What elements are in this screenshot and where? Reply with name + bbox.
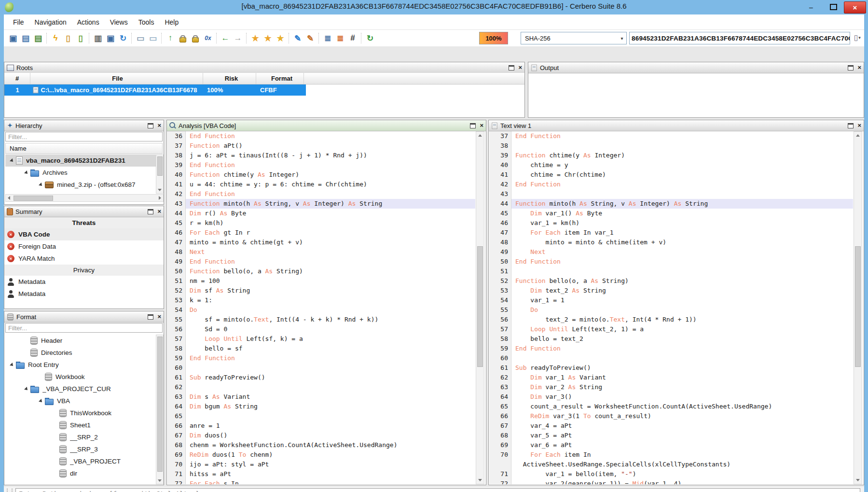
refresh-icon[interactable]: ↻ [364, 32, 376, 44]
expand-arrow-icon[interactable] [24, 387, 29, 392]
new-file-icon[interactable]: ▯ [62, 32, 74, 44]
textview-vertical-scrollbar[interactable] [854, 131, 862, 484]
format-item-vba-project-cur[interactable]: _VBA_PROJECT_CUR [5, 383, 163, 395]
format-item-srp-3[interactable]: __SRP_3 [5, 443, 163, 455]
menu-views[interactable]: Views [105, 16, 133, 28]
edit-icon[interactable]: ✎ [304, 32, 317, 44]
unlock-icon[interactable] [177, 32, 189, 44]
close-panel-button[interactable]: × [480, 123, 483, 128]
format-filter-input[interactable] [5, 323, 163, 333]
menu-navigation[interactable]: Navigation [29, 16, 72, 28]
scrollbar-thumb[interactable] [14, 196, 53, 201]
hex-search-icon[interactable]: 0x [202, 32, 214, 44]
select-range-icon[interactable]: ▭ [134, 32, 147, 44]
menu-file[interactable]: File [8, 16, 29, 28]
menu-actions[interactable]: Actions [72, 16, 105, 28]
format-vertical-scrollbar[interactable] [156, 335, 164, 484]
paste-icon[interactable]: ▤ [19, 32, 32, 44]
bookmark-icon[interactable]: ★ [262, 32, 274, 44]
menu-help[interactable]: Help [159, 16, 184, 28]
format-item-dir[interactable]: dir [5, 467, 163, 479]
menu-tools[interactable]: Tools [133, 16, 160, 28]
analysis-code-editor[interactable]: 36End Function37Function aPt()38j = 6: a… [167, 131, 475, 484]
float-panel-button[interactable] [848, 123, 854, 128]
hierarchy-item-mined-3-zip-offset-0x687[interactable]: mined_3.zip - (offset:0x687 [5, 179, 163, 191]
expand-arrow-icon[interactable] [39, 399, 43, 404]
forward-icon[interactable]: → [232, 32, 244, 44]
textview-code-editor[interactable]: 37End Function3839Function chtime(y As I… [489, 131, 853, 484]
format-item-vba-project[interactable]: _VBA_PROJECT [5, 455, 163, 467]
expand-arrow-icon[interactable] [10, 363, 14, 367]
summary-item-metadata[interactable]: Metadata [4, 276, 164, 288]
back-icon[interactable]: ← [219, 32, 232, 44]
hash-value-field[interactable]: 86945231D2FAB231A36CB13F6678744EDC3458E0… [629, 32, 850, 44]
scroll-right-icon[interactable] [159, 196, 161, 200]
float-panel-button[interactable] [148, 314, 153, 320]
scroll-down-icon[interactable] [478, 479, 482, 481]
close-panel-button[interactable]: × [157, 209, 161, 214]
roots-table-row[interactable]: 1 C:\...\vba_macro_86945231D2FAB231A36CB… [4, 84, 306, 96]
hierarchy-filter-input[interactable] [5, 132, 163, 141]
maximize-button[interactable] [823, 1, 844, 13]
copy-icon[interactable]: ▥ [92, 32, 104, 44]
scroll-up-icon[interactable] [856, 134, 860, 137]
minimize-button[interactable]: – [800, 1, 822, 13]
expand-arrow-icon[interactable] [39, 183, 43, 187]
copy-hash-button[interactable]: ▯ ▾ [851, 32, 864, 43]
select-block-icon[interactable]: ▭ [147, 32, 159, 44]
format-item-srp-2[interactable]: __SRP_2 [5, 431, 163, 443]
scrollbar-thumb[interactable] [157, 337, 163, 472]
edit-web-icon[interactable]: ✎ [291, 32, 304, 44]
close-panel-button[interactable]: × [857, 65, 861, 70]
columns-orange-icon[interactable]: ≣ [334, 32, 346, 44]
scrollbar-thumb[interactable] [855, 246, 861, 367]
quick-scan-icon[interactable]: ϟ [49, 32, 62, 44]
hierarchy-vertical-scrollbar[interactable] [156, 155, 164, 194]
roots-column-risk[interactable]: Risk [203, 73, 256, 84]
reload-icon[interactable]: ↻ [117, 32, 129, 44]
summary-item-yara-match[interactable]: ×YARA Match [4, 253, 164, 265]
format-item-thisworkbook[interactable]: ThisWorkbook [5, 407, 163, 419]
scrollbar-thumb[interactable] [157, 156, 163, 176]
roots-column-file[interactable]: File [30, 73, 203, 84]
format-item-workbook[interactable]: Workbook [5, 371, 163, 383]
extract-icon[interactable]: ↑ [164, 32, 177, 44]
hierarchy-item-vba-macro-86945231d2fab231[interactable]: vba_macro_86945231D2FAB231 [5, 155, 163, 167]
paste-special-icon[interactable]: ▤ [32, 32, 44, 44]
open-file-icon[interactable]: ▯ [74, 32, 87, 44]
format-item-vba[interactable]: VBA [5, 395, 163, 407]
scroll-down-icon[interactable] [158, 479, 162, 482]
format-item-root-entry[interactable]: Root Entry [5, 359, 163, 371]
roots-column-format[interactable]: Format [256, 73, 304, 84]
analysis-vertical-scrollbar[interactable] [476, 131, 484, 484]
scroll-down-icon[interactable] [856, 479, 860, 481]
float-panel-button[interactable] [848, 65, 854, 70]
format-item-directories[interactable]: Directories [5, 347, 163, 359]
roots-column-num[interactable]: # [4, 73, 30, 84]
bookmark-web-icon[interactable]: ★ [249, 32, 262, 44]
float-panel-button[interactable] [148, 209, 153, 214]
close-panel-button[interactable]: × [157, 123, 161, 128]
scroll-left-icon[interactable] [8, 196, 10, 200]
hierarchy-horizontal-scrollbar[interactable] [5, 194, 164, 202]
hierarchy-item-archives[interactable]: Archives [5, 167, 163, 179]
bookmark-add-icon[interactable]: ★ [274, 32, 287, 44]
scroll-down-icon[interactable] [158, 189, 162, 191]
close-panel-button[interactable]: × [518, 65, 522, 70]
offset-icon[interactable]: # [346, 32, 359, 44]
summary-item-foreign-data[interactable]: ×Foreign Data [4, 240, 164, 253]
close-button[interactable]: × [844, 1, 866, 14]
float-panel-button[interactable] [509, 65, 514, 70]
lock-extract-icon[interactable] [189, 32, 202, 44]
scroll-up-icon[interactable] [478, 134, 482, 137]
format-item-header[interactable]: Header [5, 335, 163, 347]
python-console-input[interactable] [15, 488, 860, 492]
close-panel-button[interactable]: × [157, 314, 161, 319]
scrollbar-thumb[interactable] [477, 246, 483, 367]
float-panel-button[interactable] [470, 123, 476, 128]
hash-algorithm-select[interactable]: SHA-256 ▾ [521, 32, 627, 44]
summary-item-metadata[interactable]: Metadata [4, 288, 164, 300]
float-panel-button[interactable] [148, 123, 153, 128]
summary-item-vba-code[interactable]: ×VBA Code [4, 228, 164, 240]
hierarchy-name-column-header[interactable]: Name [5, 143, 163, 154]
